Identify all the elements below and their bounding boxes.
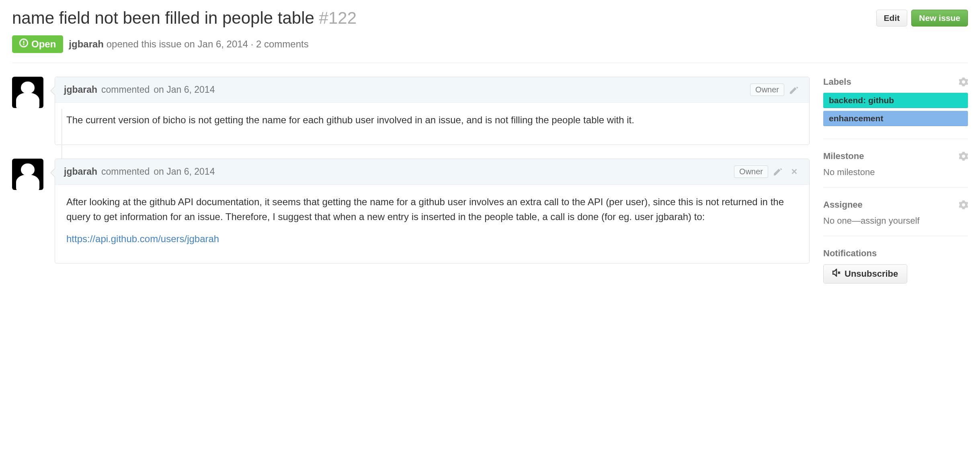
role-badge: Owner bbox=[750, 84, 784, 96]
comment-box: jgbarah commented on Jan 6, 2014 Owner T… bbox=[55, 77, 810, 145]
assignee-block: Assignee No one—assign yourself bbox=[823, 200, 968, 236]
role-badge: Owner bbox=[734, 165, 768, 178]
comment-author-link[interactable]: jgbarah bbox=[64, 166, 97, 177]
issue-open-icon bbox=[19, 39, 28, 50]
new-issue-button[interactable]: New issue bbox=[911, 10, 968, 27]
label-chip[interactable]: backend: github bbox=[823, 93, 968, 108]
unsubscribe-button[interactable]: Unsubscribe bbox=[823, 264, 907, 284]
comment-text: The current version of bicho is not gett… bbox=[66, 112, 798, 127]
discussion-thread: jgbarah commented on Jan 6, 2014 Owner T… bbox=[12, 77, 810, 305]
mute-icon bbox=[832, 269, 841, 279]
unsubscribe-label: Unsubscribe bbox=[845, 269, 898, 279]
gear-icon[interactable] bbox=[959, 200, 968, 209]
close-icon[interactable] bbox=[788, 165, 800, 178]
labels-block: Labels backend: githubenhancement bbox=[823, 77, 968, 139]
issue-meta: Open jgbarah opened this issue on Jan 6,… bbox=[12, 35, 968, 63]
comment-date-link[interactable]: on Jan 6, 2014 bbox=[154, 166, 215, 177]
issue-title-text: name field not been filled in people tab… bbox=[12, 8, 314, 27]
issue-byline: jgbarah opened this issue on Jan 6, 2014… bbox=[69, 39, 308, 50]
assignee-value: No one—assign yourself bbox=[823, 216, 968, 226]
comment-box: jgbarah commented on Jan 6, 2014 Owner A… bbox=[55, 159, 810, 264]
label-chip[interactable]: enhancement bbox=[823, 111, 968, 126]
comment-link[interactable]: https://api.github.com/users/jgbarah bbox=[66, 233, 219, 244]
state-text: Open bbox=[31, 39, 56, 50]
pencil-icon[interactable] bbox=[788, 84, 800, 96]
comment-action: commented bbox=[101, 84, 150, 95]
issue-author-link[interactable]: jgbarah bbox=[69, 39, 104, 49]
comment-action: commented bbox=[101, 166, 150, 177]
comment-text: After looking at the github API document… bbox=[66, 194, 798, 224]
labels-heading: Labels bbox=[823, 77, 851, 87]
gear-icon[interactable] bbox=[959, 152, 968, 161]
milestone-heading: Milestone bbox=[823, 151, 864, 161]
avatar[interactable] bbox=[12, 159, 43, 190]
notifications-block: Notifications Unsubscribe bbox=[823, 248, 968, 293]
assignee-heading: Assignee bbox=[823, 200, 863, 210]
comment-body: The current version of bicho is not gett… bbox=[55, 103, 809, 144]
comment-item: jgbarah commented on Jan 6, 2014 Owner T… bbox=[12, 77, 810, 145]
state-badge: Open bbox=[12, 35, 63, 53]
assign-yourself-link[interactable]: assign yourself bbox=[861, 216, 920, 226]
avatar[interactable] bbox=[12, 77, 43, 108]
issue-title: name field not been filled in people tab… bbox=[12, 8, 870, 28]
milestone-block: Milestone No milestone bbox=[823, 151, 968, 188]
issue-number: #122 bbox=[319, 8, 357, 27]
milestone-value: No milestone bbox=[823, 167, 968, 178]
sidebar: Labels backend: githubenhancement Milest… bbox=[823, 77, 968, 305]
comment-header: jgbarah commented on Jan 6, 2014 Owner bbox=[55, 159, 809, 185]
edit-button[interactable]: Edit bbox=[876, 10, 908, 27]
gear-icon[interactable] bbox=[959, 78, 968, 86]
notifications-heading: Notifications bbox=[823, 248, 877, 259]
comment-author-link[interactable]: jgbarah bbox=[64, 84, 97, 95]
comment-date-link[interactable]: on Jan 6, 2014 bbox=[154, 84, 215, 95]
pencil-icon[interactable] bbox=[772, 165, 784, 178]
comment-item: jgbarah commented on Jan 6, 2014 Owner A… bbox=[12, 159, 810, 264]
header-actions: Edit New issue bbox=[876, 10, 968, 27]
comment-header: jgbarah commented on Jan 6, 2014 Owner bbox=[55, 77, 809, 103]
comment-body: After looking at the github API document… bbox=[55, 185, 809, 263]
